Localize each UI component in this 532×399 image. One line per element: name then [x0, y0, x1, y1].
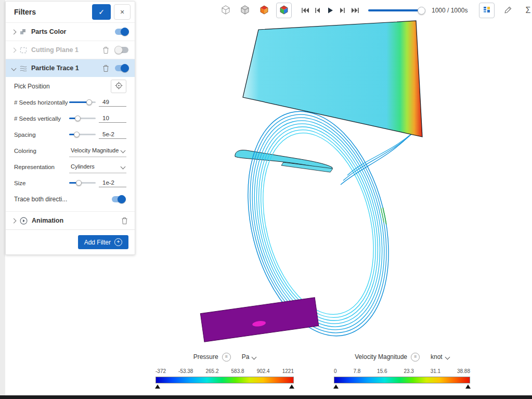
velocity-unit-select[interactable]: knot [431, 353, 449, 361]
pick-position-label: Pick Position [14, 83, 111, 90]
pressure-unit-select[interactable]: Pa [242, 353, 256, 361]
seeds-vertical-row: # Seeds vertically 10 [14, 110, 126, 126]
close-icon: × [120, 8, 124, 16]
tick-label: 15.6 [377, 368, 387, 374]
seeds-vertical-label: # Seeds vertically [14, 115, 69, 122]
filter-row-parts-color[interactable]: Parts Color [6, 22, 135, 41]
tick-label: -372 [155, 368, 166, 374]
slider-handle[interactable] [75, 115, 81, 121]
add-filter-label: Add Filter [84, 239, 111, 246]
range-marker-max[interactable] [465, 384, 471, 389]
tick-label: -53.38 [178, 368, 193, 374]
time-slider[interactable] [368, 7, 425, 14]
tick-label: 902.4 [257, 368, 270, 374]
cutting-plane-toggle[interactable] [115, 47, 128, 53]
slider-handle[interactable] [76, 180, 82, 186]
chevron-down-icon[interactable] [11, 66, 17, 71]
view-surface-button[interactable] [238, 3, 252, 18]
seeds-vertical-slider[interactable] [69, 115, 96, 122]
velocity-legend-title: Velocity Magnitude [355, 353, 407, 361]
coloring-select[interactable]: Velocity Magnitude [69, 144, 126, 157]
seeds-horizontal-value[interactable]: 49 [99, 98, 126, 107]
seeds-horizontal-label: # Seeds horizontally [14, 99, 69, 106]
tick-label: 31.1 [431, 368, 440, 374]
pick-position-button[interactable] [111, 80, 126, 93]
play-button[interactable] [325, 4, 335, 17]
close-panel-button[interactable]: × [114, 4, 131, 20]
representation-label: Representation [14, 164, 69, 170]
size-value[interactable]: 1e-2 [99, 178, 126, 187]
trace-both-toggle[interactable] [112, 196, 125, 202]
animation-row[interactable]: Animation [6, 211, 135, 229]
representation-row: Representation Cylinders [14, 159, 126, 175]
statistics-button[interactable]: Σ [521, 3, 532, 18]
crosshair-icon [115, 82, 123, 91]
coloring-value: Velocity Magnitude [71, 147, 119, 153]
chevron-down-icon [252, 354, 257, 359]
slider-handle[interactable] [74, 132, 80, 137]
cube-results-icon [279, 5, 289, 17]
chevron-right-icon[interactable] [11, 47, 17, 53]
spacing-value[interactable]: 5e-2 [99, 130, 126, 139]
sigma-icon: Σ [525, 6, 530, 15]
parts-color-toggle[interactable] [115, 29, 128, 35]
annotate-button[interactable] [501, 3, 515, 18]
view-colored-button[interactable] [257, 3, 271, 18]
chevron-right-icon[interactable] [11, 218, 17, 223]
pressure-colorbar[interactable] [155, 377, 294, 383]
cube-colored-icon [259, 5, 269, 17]
slider-handle[interactable] [86, 99, 92, 105]
skip-to-end-button[interactable] [350, 4, 360, 17]
seeds-horizontal-slider[interactable] [69, 99, 96, 106]
velocity-legend-header: Velocity Magnitude ≡ knot [334, 353, 470, 361]
particle-trace-icon [20, 65, 27, 71]
spacing-slider[interactable] [69, 131, 96, 138]
representation-value: Cylinders [71, 163, 95, 170]
chevron-right-icon[interactable] [11, 29, 17, 34]
chevron-down-icon [445, 354, 450, 359]
particle-trace-toggle[interactable] [115, 65, 128, 71]
legend-settings-icon[interactable]: ≡ [411, 353, 420, 362]
seeds-vertical-value[interactable]: 10 [99, 114, 126, 123]
pick-position-row: Pick Position [14, 78, 126, 94]
inlet-box[interactable] [200, 298, 318, 342]
cube-outline-icon [220, 5, 231, 17]
delete-particle-trace-button[interactable] [102, 64, 110, 73]
time-slider-handle[interactable] [418, 7, 425, 15]
delete-cutting-plane-button[interactable] [102, 46, 110, 55]
spacing-label: Spacing [14, 132, 69, 138]
legend-settings-icon[interactable]: ≡ [222, 353, 231, 362]
coloring-row: Coloring Velocity Magnitude [14, 143, 126, 159]
cutting-plane-icon [20, 47, 27, 54]
pressure-colorbar-wrap [155, 377, 294, 383]
range-marker-min[interactable] [155, 384, 160, 389]
cutting-plane-surface[interactable] [243, 21, 422, 137]
filter-row-cutting-plane[interactable]: Cutting Plane 1 [6, 41, 135, 59]
legend-toggle-button[interactable] [479, 3, 495, 18]
apply-filters-button[interactable]: ✓ [92, 4, 111, 20]
tick-label: 583.8 [231, 368, 244, 374]
toggle-knob [121, 28, 129, 36]
filter-label: Parts Color [31, 28, 110, 35]
delete-animation-button[interactable] [121, 216, 128, 225]
velocity-unit-value: knot [431, 353, 443, 361]
range-marker-max[interactable] [289, 384, 294, 389]
airfoil-section[interactable] [235, 150, 333, 173]
step-back-button[interactable] [313, 4, 322, 17]
toggle-knob [121, 64, 129, 72]
play-circle-icon [20, 217, 28, 225]
pressure-ticks: -372 -53.38 265.2 583.8 902.4 1221 [155, 368, 294, 374]
representation-select[interactable]: Cylinders [69, 160, 126, 173]
filter-row-particle-trace[interactable]: Particle Trace 1 [6, 59, 135, 77]
time-slider-fill [368, 9, 421, 11]
step-forward-button[interactable] [338, 4, 347, 17]
view-results-button[interactable] [276, 3, 292, 18]
skip-to-start-button[interactable] [300, 4, 310, 17]
spacing-row: Spacing 5e-2 [14, 126, 126, 143]
range-marker-min[interactable] [333, 384, 339, 389]
add-filter-button[interactable]: Add Filter + [78, 235, 128, 249]
chevron-down-icon [121, 164, 126, 169]
size-slider[interactable] [69, 179, 96, 186]
velocity-colorbar[interactable] [334, 377, 470, 383]
view-wireframe-button[interactable] [218, 3, 233, 18]
